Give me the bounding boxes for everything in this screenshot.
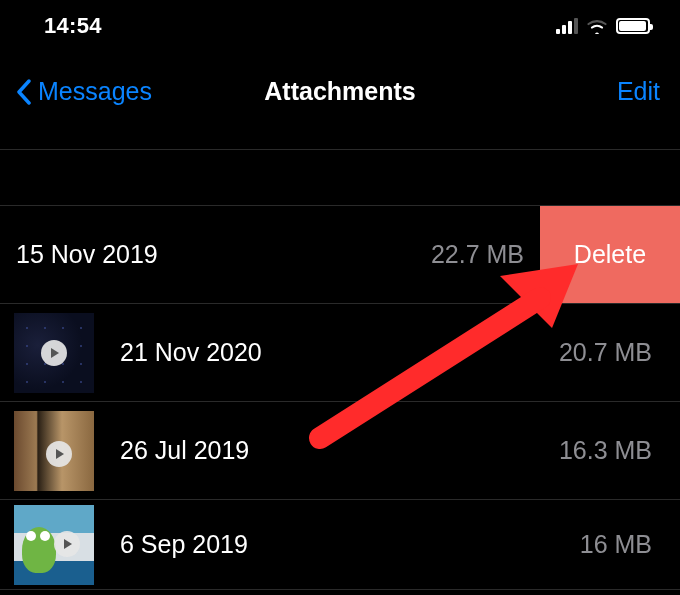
attachment-thumbnail <box>14 505 94 585</box>
back-button[interactable]: Messages <box>16 77 152 107</box>
attachment-size: 20.7 MB <box>559 338 652 367</box>
status-time: 14:54 <box>44 13 102 39</box>
play-icon <box>54 531 80 557</box>
attachment-thumbnail <box>14 313 94 393</box>
attachment-date: 21 Nov 2020 <box>120 338 559 367</box>
wifi-icon <box>586 18 608 34</box>
delete-button[interactable]: Delete <box>540 206 680 303</box>
back-label: Messages <box>38 77 152 106</box>
attachment-row[interactable]: 21 Nov 2020 20.7 MB <box>0 304 680 402</box>
play-icon <box>41 340 67 366</box>
attachment-size: 16 MB <box>580 530 652 559</box>
attachment-row[interactable]: 6 Sep 2019 16 MB <box>0 500 680 590</box>
attachment-thumbnail <box>14 411 94 491</box>
edit-button[interactable]: Edit <box>617 77 660 106</box>
status-bar: 14:54 <box>0 0 680 52</box>
attachment-date: 26 Jul 2019 <box>120 436 559 465</box>
page-title: Attachments <box>264 77 415 106</box>
battery-icon <box>616 18 650 34</box>
chevron-left-icon <box>16 77 34 107</box>
attachment-date: 6 Sep 2019 <box>120 530 580 559</box>
status-icons <box>556 18 650 34</box>
cellular-signal-icon <box>556 18 578 34</box>
attachment-size: 16.3 MB <box>559 436 652 465</box>
attachment-row-content[interactable]: 15 Nov 2019 22.7 MB <box>0 206 540 303</box>
attachment-row-swiped[interactable]: 15 Nov 2019 22.7 MB Delete <box>0 206 680 304</box>
attachment-size: 22.7 MB <box>431 240 524 269</box>
nav-bar: Messages Attachments Edit <box>0 52 680 150</box>
attachment-row[interactable]: 26 Jul 2019 16.3 MB <box>0 402 680 500</box>
attachment-date: 15 Nov 2019 <box>16 240 158 269</box>
section-spacer <box>0 150 680 206</box>
play-icon <box>46 441 72 467</box>
